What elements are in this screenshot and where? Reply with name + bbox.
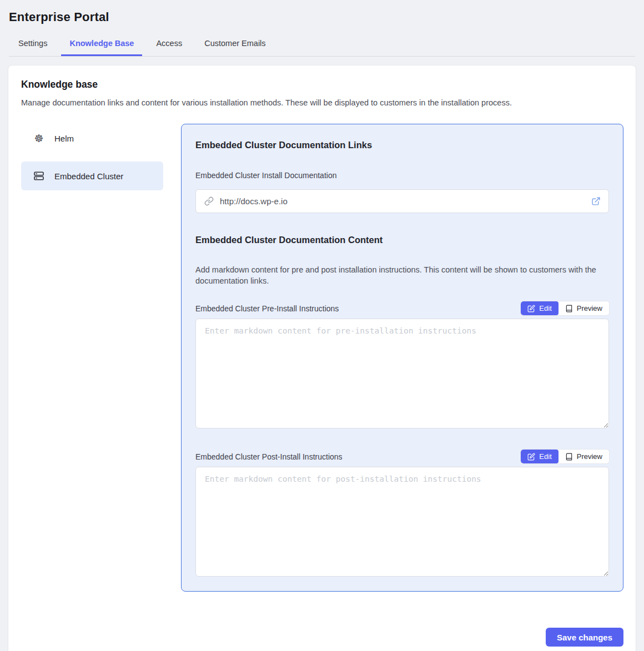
- external-link-icon[interactable]: [591, 196, 601, 206]
- tab-bar: Settings Knowledge Base Access Customer …: [9, 32, 635, 57]
- pre-install-preview-button[interactable]: Preview: [559, 301, 609, 315]
- pre-install-header: Embedded Cluster Pre-Install Instruction…: [195, 301, 609, 315]
- tab-settings[interactable]: Settings: [10, 32, 56, 56]
- links-section-title: Embedded Cluster Documentation Links: [195, 140, 609, 150]
- install-method-sidebar: ☸ Helm Embedded Cluster: [21, 124, 163, 199]
- post-install-label: Embedded Cluster Post-Install Instructio…: [195, 452, 343, 461]
- pre-install-edit-button[interactable]: Edit: [521, 301, 558, 315]
- page-title: Enterprise Portal: [9, 10, 635, 24]
- tab-customer-emails[interactable]: Customer Emails: [196, 32, 274, 56]
- helm-icon: ☸: [33, 133, 45, 144]
- embedded-cluster-panel: Embedded Cluster Documentation Links Emb…: [181, 124, 623, 592]
- card-footer: Save changes: [21, 628, 623, 647]
- content-section-title: Embedded Cluster Documentation Content: [195, 235, 609, 245]
- post-install-edit-button[interactable]: Edit: [521, 450, 558, 463]
- card-description: Manage documentation links and content f…: [21, 98, 623, 108]
- content-section-description: Add markdown content for pre and post in…: [195, 264, 609, 286]
- install-doc-input[interactable]: [219, 196, 586, 206]
- preview-button-label: Preview: [577, 304, 602, 312]
- tab-access[interactable]: Access: [148, 32, 190, 56]
- post-install-textarea[interactable]: [195, 467, 609, 577]
- post-install-preview-button[interactable]: Preview: [559, 450, 609, 463]
- preview-button-label: Preview: [577, 452, 602, 461]
- edit-button-label: Edit: [539, 452, 551, 461]
- post-install-header: Embedded Cluster Post-Install Instructio…: [195, 450, 609, 463]
- content-row: ☸ Helm Embedded Cluster Embedded Cluster…: [21, 124, 623, 592]
- pre-install-mode-toggle: Edit Preview: [521, 301, 609, 315]
- edit-icon: [527, 453, 535, 461]
- sidebar-item-helm[interactable]: ☸ Helm: [21, 124, 163, 153]
- post-install-mode-toggle: Edit Preview: [521, 450, 609, 463]
- sidebar-item-label: Helm: [54, 134, 74, 143]
- pre-install-textarea[interactable]: [195, 319, 609, 428]
- link-icon: [204, 196, 214, 206]
- install-doc-input-wrapper: [195, 189, 609, 213]
- edit-button-label: Edit: [539, 304, 551, 312]
- pre-install-label: Embedded Cluster Pre-Install Instruction…: [195, 304, 339, 313]
- app-header: Enterprise Portal Settings Knowledge Bas…: [0, 0, 644, 57]
- install-doc-label: Embedded Cluster Install Documentation: [195, 171, 609, 180]
- save-changes-button[interactable]: Save changes: [546, 628, 623, 647]
- knowledge-base-card: Knowledge base Manage documentation link…: [8, 65, 636, 651]
- tab-knowledge-base[interactable]: Knowledge Base: [61, 32, 142, 56]
- sidebar-item-embedded-cluster[interactable]: Embedded Cluster: [21, 162, 163, 190]
- edit-icon: [527, 305, 535, 312]
- server-stack-icon: [33, 170, 45, 181]
- book-icon: [565, 305, 573, 312]
- sidebar-item-label: Embedded Cluster: [54, 171, 123, 181]
- book-icon: [565, 453, 573, 461]
- card-title: Knowledge base: [21, 79, 623, 90]
